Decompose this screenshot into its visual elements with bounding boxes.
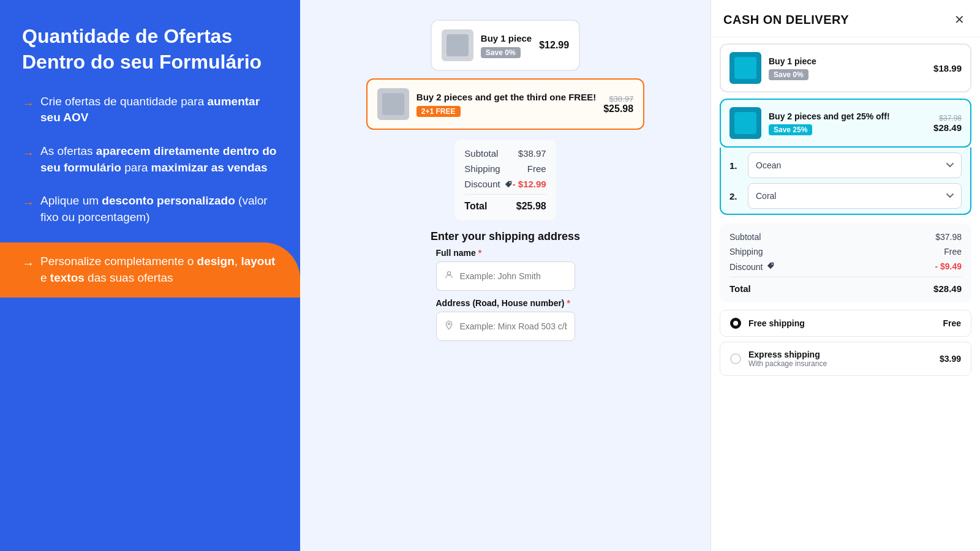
offer-1-info: Buy 1 piece Save 0%	[481, 32, 532, 58]
total-label: Total	[464, 201, 487, 212]
right-discount-label: Discount	[729, 261, 775, 272]
arrow-icon-2: →	[22, 144, 34, 162]
subtotal-label: Subtotal	[464, 148, 498, 159]
right-offer-card-2[interactable]: Buy 2 pieces and get 25% off! Save 25% $…	[720, 99, 971, 148]
offer-1-current-price: $12.99	[539, 40, 569, 51]
bullet-1-text: Crie ofertas de quantidade para aumentar…	[40, 94, 278, 126]
offer-2-info: Buy 2 pieces and get the third one FREE!…	[417, 91, 596, 117]
variant-selects-container: 1. Ocean Coral Navy Sky 2. Coral Ocean N…	[720, 148, 971, 215]
bullet-3-text: Aplique um desconto personalizado (valor…	[40, 193, 278, 225]
subtotal-value: $38.97	[518, 148, 546, 159]
offer-card-1[interactable]: Buy 1 piece Save 0% $12.99	[431, 20, 580, 71]
address-input-wrapper	[436, 312, 575, 341]
tag-icon	[504, 180, 513, 189]
variant-row-1: 1. Ocean Coral Navy Sky	[729, 152, 962, 178]
right-offer-2-original: $37.98	[933, 114, 962, 122]
variant-1-select[interactable]: Ocean Coral Navy Sky	[748, 152, 962, 178]
right-offer-2-badge: Save 25%	[769, 124, 812, 135]
right-tag-icon	[766, 261, 775, 272]
offer-2-title: Buy 2 pieces and get the third one FREE!	[417, 91, 596, 103]
shipping-free-radio[interactable]	[730, 318, 741, 329]
right-offer-card-1[interactable]: Buy 1 piece Save 0% $18.99	[720, 43, 971, 92]
svg-point-3	[772, 263, 773, 264]
total-value: $25.98	[516, 201, 546, 212]
shipping-option-express[interactable]: Express shipping With package insurance …	[720, 342, 971, 376]
discount-label: Discount	[464, 179, 512, 189]
right-offer-2-thumbnail	[729, 107, 761, 139]
variant-row-2: 2. Coral Ocean Navy Sky	[729, 183, 962, 209]
right-offer-1-info: Buy 1 piece Save 0%	[769, 56, 926, 80]
shipping-label: Shipping	[464, 163, 500, 174]
shipping-express-label: Express shipping With package insurance	[748, 350, 932, 368]
shipping-free-label: Free shipping	[748, 318, 935, 328]
variant-2-label: 2.	[729, 191, 742, 201]
right-panel-header: CASH ON DELIVERY ✕	[711, 0, 980, 37]
discount-row: Discount - $12.99	[464, 179, 546, 189]
svg-point-0	[509, 182, 510, 183]
offer-2-current-price: $25.98	[603, 103, 633, 114]
right-discount-value: - $9.49	[935, 261, 962, 272]
shipping-express-desc: With package insurance	[748, 359, 932, 368]
total-row: Total $25.98	[464, 194, 546, 212]
right-discount-row: Discount - $9.49	[729, 261, 962, 272]
right-subtotal-row: Subtotal $37.98	[729, 232, 962, 242]
shipping-express-radio[interactable]	[730, 353, 741, 364]
close-button[interactable]: ✕	[951, 11, 968, 28]
subtotal-row: Subtotal $38.97	[464, 148, 546, 159]
bullet-3: → Aplique um desconto personalizado (val…	[22, 193, 278, 225]
shipping-free-price: Free	[943, 318, 961, 328]
arrow-icon-3: →	[22, 194, 34, 211]
right-shipping-label: Shipping	[729, 247, 763, 257]
right-offer-2-title: Buy 2 pieces and get 25% off!	[769, 111, 926, 122]
right-offer-1-thumbnail	[729, 52, 761, 84]
address-label: Address (Road, House number) *	[436, 298, 575, 308]
right-panel-title: CASH ON DELIVERY	[723, 13, 849, 27]
bullet-2-text: As ofertas aparecem diretamente dentro d…	[40, 143, 278, 176]
address-input[interactable]	[460, 321, 567, 331]
center-panel: Buy 1 piece Save 0% $12.99 Buy 2 pieces …	[300, 0, 710, 551]
offer-2-original-price: $38.97	[603, 94, 633, 103]
offer-1-price: $12.99	[539, 40, 569, 51]
full-name-label: Full name *	[436, 248, 575, 258]
discount-value: - $12.99	[513, 179, 546, 189]
right-panel: CASH ON DELIVERY ✕ Buy 1 piece Save 0% $…	[710, 0, 980, 551]
address-field: Address (Road, House number) *	[429, 298, 582, 348]
right-shipping-row: Shipping Free	[729, 247, 962, 257]
shipping-row: Shipping Free	[464, 163, 546, 174]
location-icon	[444, 320, 454, 332]
pillow-teal2-icon	[729, 107, 761, 139]
right-offer-1-badge: Save 0%	[769, 69, 809, 80]
svg-point-2	[448, 323, 450, 324]
right-offer-2-info: Buy 2 pieces and get 25% off! Save 25%	[769, 111, 926, 135]
shipping-options-container: Free shipping Free Express shipping With…	[720, 310, 971, 381]
variant-1-label: 1.	[729, 160, 742, 171]
bullet-4-text: Personalize completamente o design, layo…	[40, 253, 278, 286]
shipping-free-name: Free shipping	[748, 318, 935, 328]
right-subtotal-label: Subtotal	[729, 232, 761, 242]
bullet-1: → Crie ofertas de quantidade para aument…	[22, 94, 278, 126]
offer-card-2[interactable]: Buy 2 pieces and get the third one FREE!…	[366, 78, 644, 130]
address-required: *	[567, 298, 570, 308]
shipping-form-title: Enter your shipping address	[421, 220, 590, 248]
shipping-value: Free	[527, 163, 546, 174]
full-name-input[interactable]	[460, 271, 567, 281]
svg-point-1	[447, 272, 450, 275]
offer-1-title: Buy 1 piece	[481, 32, 532, 45]
right-total-value: $28.49	[933, 283, 962, 294]
offer-2-thumbnail	[377, 88, 409, 120]
shipping-option-free[interactable]: Free shipping Free	[720, 310, 971, 337]
right-offer-1-title: Buy 1 piece	[769, 56, 926, 67]
offer-2-price: $38.97 $25.98	[603, 94, 633, 114]
title-line2: Dentro do seu Formulário	[22, 50, 278, 73]
order-summary: Subtotal $38.97 Shipping Free Discount -…	[454, 140, 556, 220]
right-offer-1-price: $18.99	[933, 63, 962, 73]
arrow-icon-4: →	[22, 255, 34, 272]
offer-1-badge: Save 0%	[481, 47, 521, 58]
pillow-gray2-icon	[377, 88, 409, 120]
pillow-gray-icon	[442, 29, 473, 61]
variant-2-select[interactable]: Coral Ocean Navy Sky	[748, 183, 962, 209]
shipping-express-price: $3.99	[940, 354, 961, 364]
shipping-express-name: Express shipping	[748, 350, 932, 359]
person-icon	[444, 270, 454, 282]
offer-1-thumbnail	[442, 29, 473, 61]
